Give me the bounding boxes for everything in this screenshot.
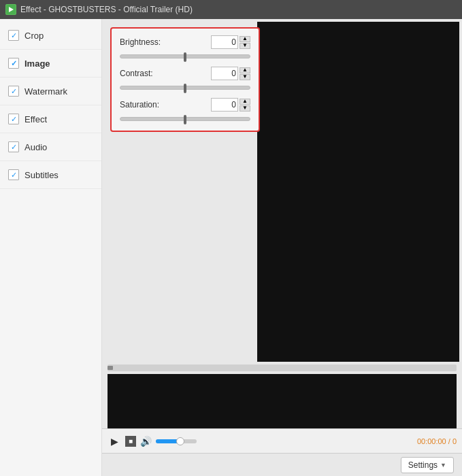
watermark-checkbox[interactable]: ✓: [8, 86, 19, 97]
volume-slider[interactable]: [156, 439, 197, 443]
audio-checkbox[interactable]: ✓: [8, 141, 19, 152]
dropdown-arrow-icon: ▼: [440, 462, 446, 469]
contrast-input-group: ▲ ▼: [211, 67, 250, 80]
sidebar: ✓ Crop ✓ Image ✓ Watermark ✓ Effect ✓ Au…: [0, 19, 102, 476]
contrast-input[interactable]: [211, 67, 238, 80]
audio-label: Audio: [24, 142, 47, 152]
brightness-label: Brightness:: [120, 37, 161, 47]
contrast-header: Contrast: ▲ ▼: [120, 67, 250, 80]
sidebar-item-image[interactable]: ✓ Image: [0, 50, 101, 78]
saturation-slider-thumb[interactable]: [184, 115, 186, 124]
volume-thumb: [176, 437, 184, 445]
play-button[interactable]: ▶: [108, 435, 121, 448]
scrubber-position: [108, 366, 113, 370]
window-title: Effect - GHOSTBUSTERS - Official Trailer…: [20, 5, 193, 14]
brightness-row: Brightness: ▲ ▼: [120, 35, 250, 61]
brightness-slider-thumb[interactable]: [184, 52, 186, 62]
preview-bottom: [108, 374, 457, 428]
main-layout: ✓ Crop ✓ Image ✓ Watermark ✓ Effect ✓ Au…: [0, 19, 462, 476]
brightness-input[interactable]: [211, 35, 238, 49]
saturation-input[interactable]: [211, 98, 238, 112]
contrast-row: Contrast: ▲ ▼: [120, 67, 250, 92]
brightness-header: Brightness: ▲ ▼: [120, 35, 250, 49]
sidebar-item-audio[interactable]: ✓ Audio: [0, 133, 101, 161]
sidebar-item-effect[interactable]: ✓ Effect: [0, 105, 101, 133]
effect-label: Effect: [24, 114, 47, 124]
title-bar: Effect - GHOSTBUSTERS - Official Trailer…: [0, 0, 462, 19]
brightness-down[interactable]: ▼: [240, 43, 250, 49]
contrast-spin: ▲ ▼: [240, 67, 250, 80]
volume-icon[interactable]: 🔊: [140, 436, 152, 447]
contrast-down[interactable]: ▼: [240, 74, 250, 80]
preview-top: [257, 22, 459, 362]
saturation-spin: ▲ ▼: [240, 99, 250, 112]
scrubber-bar[interactable]: [108, 364, 457, 371]
contrast-slider-container: [120, 83, 250, 92]
app-icon: [5, 4, 16, 15]
saturation-label: Saturation:: [120, 100, 159, 109]
saturation-header: Saturation: ▲ ▼: [120, 98, 250, 112]
saturation-up[interactable]: ▲: [240, 99, 250, 105]
saturation-slider-track[interactable]: [120, 117, 250, 121]
contrast-up[interactable]: ▲: [240, 67, 250, 73]
contrast-slider-track[interactable]: [120, 86, 250, 90]
image-label: Image: [24, 58, 50, 69]
brightness-up[interactable]: ▲: [240, 36, 250, 42]
sidebar-item-subtitles[interactable]: ✓ Subtitles: [0, 161, 101, 189]
brightness-input-group: ▲ ▼: [211, 35, 250, 49]
play-icon: ▶: [111, 436, 118, 447]
saturation-down[interactable]: ▼: [240, 105, 250, 112]
saturation-row: Saturation: ▲ ▼: [120, 98, 250, 124]
saturation-input-group: ▲ ▼: [211, 98, 250, 112]
time-display: 00:00:00 / 0: [417, 437, 457, 445]
stop-icon: ■: [129, 437, 133, 445]
player-bar: ▶ ■ 🔊 00:00:00 / 0: [102, 428, 462, 453]
brightness-slider-container: [120, 52, 250, 61]
crop-checkbox[interactable]: ✓: [8, 30, 19, 41]
crop-label: Crop: [24, 31, 44, 41]
contrast-label: Contrast:: [120, 69, 153, 78]
brightness-spin: ▲ ▼: [240, 36, 250, 49]
subtitles-checkbox[interactable]: ✓: [8, 169, 19, 180]
contrast-slider-thumb[interactable]: [184, 84, 186, 93]
sidebar-item-crop[interactable]: ✓ Crop: [0, 22, 101, 50]
bottom-bar: Settings ▼: [102, 453, 462, 476]
settings-label: Settings: [408, 460, 438, 470]
stop-button[interactable]: ■: [125, 436, 136, 447]
content-area: Brightness: ▲ ▼: [102, 19, 462, 476]
brightness-slider-track[interactable]: [120, 54, 250, 58]
subtitles-label: Subtitles: [24, 170, 59, 180]
settings-button[interactable]: Settings ▼: [401, 457, 454, 473]
watermark-label: Watermark: [24, 86, 67, 97]
saturation-slider-container: [120, 114, 250, 124]
image-checkbox[interactable]: ✓: [8, 58, 19, 69]
image-controls-panel: Brightness: ▲ ▼: [110, 27, 260, 132]
sidebar-item-watermark[interactable]: ✓ Watermark: [0, 78, 101, 105]
effect-checkbox[interactable]: ✓: [8, 114, 19, 124]
